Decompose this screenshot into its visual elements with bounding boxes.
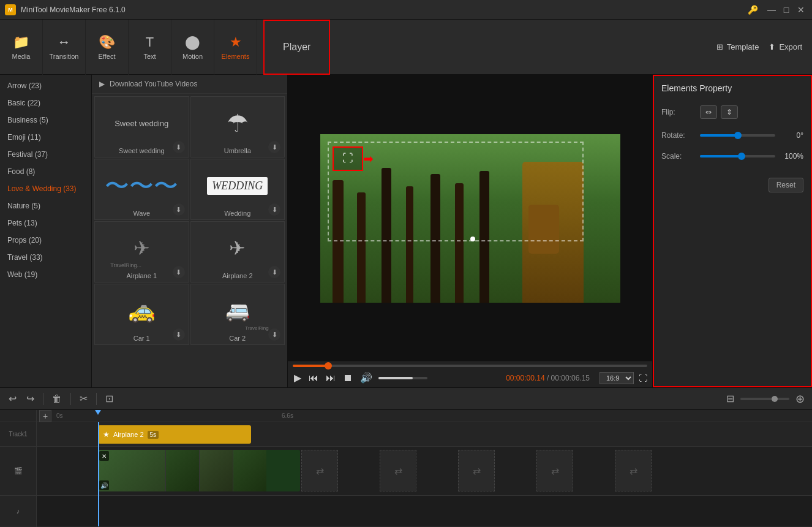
airplane1-preview: ✈ TravelRing... [108,227,175,270]
flip-label: Flip: [661,108,695,116]
toolbar-elements[interactable]: ★ Elements [214,20,257,75]
flip-vertical-button[interactable]: ⇕ [721,105,738,119]
rotate-thumb[interactable] [734,132,742,139]
player-tab[interactable]: Player [263,20,330,75]
film-frame-1 [165,450,199,491]
toolbar-media[interactable]: 📁 Media [0,20,43,75]
transition-1[interactable]: ⇄ [301,450,338,491]
close-button[interactable]: ✕ [795,4,807,16]
redo-button[interactable]: ↪ [23,390,38,407]
playhead-triangle [95,410,101,415]
rotate-value: 0° [779,131,803,140]
category-travel[interactable]: Travel (33) [0,249,91,266]
umbrella-download[interactable]: ⬇ [268,141,280,153]
flip-control: ⇔ ⇕ [700,105,803,119]
category-business[interactable]: Business (5) [0,112,91,129]
wedding-label: Wedding [224,210,250,217]
player-label: Player [283,42,310,53]
category-nature[interactable]: Nature (5) [0,197,91,214]
category-basic[interactable]: Basic (22) [0,94,91,112]
car1-download[interactable]: ⬇ [173,328,185,341]
element-car2[interactable]: 🚐 TravelRing ⬇ Car 2 [190,284,285,345]
timeline-tb-right: ⊟ ⊕ [724,391,807,407]
app-title: MiniTool MovieMaker Free 6.1.0 [21,6,743,14]
category-emoji[interactable]: Emoji (11) [0,129,91,146]
toolbar-divider-1 [43,393,43,405]
cut-button[interactable]: ✂ [76,390,91,407]
toolbar-motion[interactable]: ⬤ Motion [171,20,214,75]
rotate-slider[interactable] [700,134,775,137]
element-airplane1[interactable]: ✈ TravelRing... ⬇ Airplane 1 [94,221,189,282]
car2-label: Car 2 [229,335,246,342]
prev-button[interactable]: ⏮ [307,371,320,385]
drag-handle[interactable] [470,237,475,241]
sweet-wedding-download[interactable]: ⬇ [173,141,185,153]
zoom-out-button[interactable]: ⊟ [724,392,737,406]
add-track-button[interactable]: + [39,410,51,422]
transition-5[interactable]: ⇄ [615,450,652,491]
youtube-download-label[interactable]: Download YouTube Videos [110,80,197,88]
stop-button[interactable]: ⏹ [342,371,354,385]
youtube-download-icon: ▶ [99,80,105,88]
scale-thumb[interactable] [738,153,745,160]
text-label: Text [143,53,156,60]
properties-panel: Elements Property Flip: ⇔ ⇕ Rotate: 0° S… [653,75,812,387]
undo-button[interactable]: ↩ [5,390,20,407]
delete-button[interactable]: 🗑 [48,391,66,407]
transition-4[interactable]: ⇄ [536,450,573,491]
volume-bar[interactable] [378,377,427,379]
export-button[interactable]: ⬆ Export [769,42,802,51]
template-button[interactable]: ⊞ Template [716,42,759,51]
umbrella-preview: ☂ [204,102,271,145]
scale-slider[interactable] [700,155,775,157]
wedding-download[interactable]: ⬇ [268,203,280,216]
fullscreen-button[interactable]: ⛶ [639,373,647,383]
crop-button[interactable]: ⊡ [102,390,117,407]
airplane2-clip[interactable]: ★ Airplane 2 5s [98,425,251,444]
aspect-ratio-select[interactable]: 16:9 4:3 1:1 [600,372,634,384]
transition-2[interactable]: ⇄ [380,450,416,491]
delete-icon[interactable]: ✕ [99,451,109,461]
scale-value: 100% [779,152,803,161]
flip-horizontal-button[interactable]: ⇔ [700,105,717,119]
zoom-in-button[interactable]: ⊕ [793,391,807,407]
category-props[interactable]: Props (20) [0,232,91,249]
element-wave[interactable]: 〜〜〜 ⬇ Wave [94,159,189,220]
toolbar-effect[interactable]: 🎨 Effect [86,20,129,75]
transition-3[interactable]: ⇄ [458,450,495,491]
category-festival[interactable]: Festival (37) [0,146,91,163]
category-pets[interactable]: Pets (13) [0,214,91,232]
airplane2-download[interactable]: ⬇ [268,266,280,278]
wave-preview: 〜〜〜 [108,164,175,207]
volume-button[interactable]: 🔊 [359,371,374,385]
category-web[interactable]: Web (19) [0,266,91,283]
motion-icon: ⬤ [185,34,200,50]
toolbar-transition[interactable]: ↔ Transition [43,20,86,75]
maximize-button[interactable]: □ [780,4,792,16]
zoom-thumb[interactable] [772,396,778,402]
rotate-row: Rotate: 0° [661,131,803,140]
progress-thumb[interactable] [325,362,332,370]
minimize-button[interactable]: — [765,4,778,16]
element-car1[interactable]: 🚕 ⬇ Car 1 [94,284,189,345]
car2-download[interactable]: ⬇ [268,328,280,341]
element-sweet-wedding[interactable]: Sweet wedding ⬇ Sweet wedding [94,96,189,157]
element-umbrella[interactable]: ☂ ⬇ Umbrella [190,96,285,157]
video-thumbnail: ✕ 🔊 [98,450,165,491]
zoom-slider[interactable] [740,398,789,400]
element-airplane2[interactable]: ✈ ⬇ Airplane 2 [190,221,285,282]
scale-control: 100% [700,152,803,161]
airplane1-download[interactable]: ⬇ [173,266,185,278]
element-wedding[interactable]: WEDDING ⬇ Wedding [190,159,285,220]
category-arrow[interactable]: Arrow (23) [0,77,91,94]
next-button[interactable]: ⏭ [325,371,337,385]
video-clip[interactable]: ✕ 🔊 [98,450,300,491]
play-button[interactable]: ▶ [293,371,303,385]
toolbar-text[interactable]: T Text [129,20,171,75]
wave-download[interactable]: ⬇ [173,203,185,216]
category-food[interactable]: Food (8) [0,163,91,180]
category-love-wedding[interactable]: Love & Wedding (33) [0,180,91,197]
progress-bar[interactable] [293,365,647,367]
reset-button[interactable]: Reset [769,178,803,192]
airplane2-preview: ✈ [204,227,271,270]
